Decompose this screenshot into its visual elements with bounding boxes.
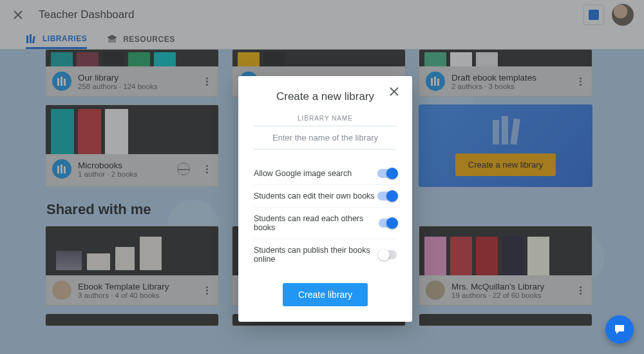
- option-row: Allow Google image search: [254, 162, 397, 184]
- option-toggle[interactable]: [379, 250, 397, 259]
- modal-field-label: LIBRARY NAME: [254, 115, 397, 122]
- option-row: Students can edit their own books: [254, 184, 397, 207]
- chat-fab-button[interactable]: [605, 315, 634, 344]
- modal-title: Create a new library: [254, 90, 397, 103]
- option-row: Students can read each others books: [254, 207, 397, 239]
- option-row: Students can publish their books online: [254, 239, 397, 270]
- option-label: Students can edit their own books: [254, 192, 375, 201]
- modal-close-button[interactable]: [389, 86, 402, 99]
- option-toggle[interactable]: [377, 169, 397, 178]
- create-library-modal: Create a new library LIBRARY NAME Allow …: [238, 76, 412, 322]
- option-toggle[interactable]: [379, 219, 397, 228]
- option-toggle[interactable]: [377, 192, 397, 201]
- create-library-submit-button[interactable]: Create library: [283, 283, 368, 306]
- chat-icon: [613, 323, 626, 336]
- option-label: Allow Google image search: [254, 169, 352, 178]
- option-label: Students can publish their books online: [254, 246, 379, 264]
- option-label: Students can read each others books: [254, 214, 379, 232]
- library-name-input[interactable]: [254, 126, 397, 150]
